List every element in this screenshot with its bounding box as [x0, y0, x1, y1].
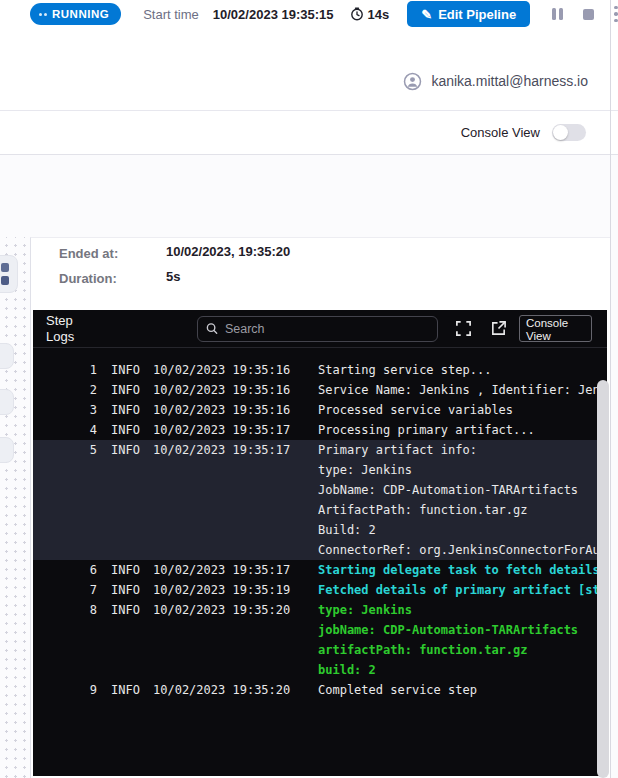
status-badge-label: RUNNING: [52, 8, 109, 20]
console-panel: Step Logs Console View 1INFO10/02/2023 1…: [33, 310, 607, 776]
pipeline-node[interactable]: [0, 389, 14, 415]
log-row: 7INFO10/02/2023 19:35:19Fetched details …: [33, 580, 607, 600]
log-row: 6INFO10/02/2023 19:35:17Starting delegat…: [33, 560, 607, 580]
search-input[interactable]: [225, 322, 429, 336]
log-row: 9INFO10/02/2023 19:35:20Completed servic…: [33, 680, 607, 700]
execution-topbar: RUNNING Start time 10/02/2023 19:35:15 1…: [0, 0, 618, 28]
kebab-menu-icon[interactable]: [614, 6, 618, 23]
step-icon: [1, 263, 9, 272]
ended-at-label: Ended at:: [59, 246, 118, 261]
edit-pipeline-label: Edit Pipeline: [438, 7, 516, 22]
start-time-label: Start time: [143, 7, 199, 22]
search-icon: [206, 322, 218, 335]
pipeline-canvas: [0, 237, 30, 778]
console-view-toggle-row: Console View: [0, 111, 610, 154]
duration-label: Duration:: [59, 271, 117, 286]
pipeline-node[interactable]: [0, 343, 14, 369]
user-email[interactable]: kanika.mittal@harness.io: [431, 73, 588, 89]
scrollbar-thumb[interactable]: [597, 380, 609, 778]
start-time-value: 10/02/2023 19:35:15: [213, 7, 334, 22]
log-row: 5INFO10/02/2023 19:35:17Primary artifact…: [33, 440, 607, 560]
pipeline-node[interactable]: [0, 437, 14, 463]
elapsed-time: 14s: [368, 7, 390, 22]
status-badge: RUNNING: [30, 3, 121, 25]
console-view-button[interactable]: Console View: [519, 315, 592, 342]
log-row: 2INFO10/02/2023 19:35:16Service Name: Je…: [33, 380, 607, 400]
toggle-knob: [553, 125, 568, 140]
edit-icon: ✎: [421, 7, 432, 22]
running-dots-icon: [39, 13, 47, 16]
console-view-toggle-label: Console View: [461, 125, 540, 140]
log-row: 3INFO10/02/2023 19:35:16Processed servic…: [33, 400, 607, 420]
open-in-new-icon[interactable]: [488, 319, 508, 339]
log-row: 1INFO10/02/2023 19:35:16Starting service…: [33, 360, 607, 380]
stop-icon[interactable]: [583, 9, 594, 20]
step-icon: [1, 276, 9, 285]
console-header: Step Logs Console View: [33, 310, 607, 348]
fullscreen-icon[interactable]: [453, 319, 473, 339]
console-view-toggle[interactable]: [552, 124, 586, 141]
edit-pipeline-button[interactable]: ✎ Edit Pipeline: [407, 1, 530, 27]
log-row: 4INFO10/02/2023 19:35:17Processing prima…: [33, 420, 607, 440]
tab-step-logs[interactable]: Step Logs: [46, 313, 86, 345]
pipeline-node[interactable]: [0, 255, 18, 293]
page-right-border: [610, 0, 611, 778]
user-icon: [403, 72, 422, 91]
log-search-box: [197, 316, 438, 342]
user-row: kanika.mittal@harness.io: [0, 66, 610, 96]
log-row: 8INFO10/02/2023 19:35:20type: Jenkinsjob…: [33, 600, 607, 680]
duration-value: 5s: [166, 269, 180, 284]
log-list: 1INFO10/02/2023 19:35:16Starting service…: [33, 348, 607, 700]
clock-icon: [350, 7, 364, 21]
ended-at-value: 10/02/2023, 19:35:20: [166, 244, 290, 259]
pause-icon[interactable]: [552, 8, 563, 20]
